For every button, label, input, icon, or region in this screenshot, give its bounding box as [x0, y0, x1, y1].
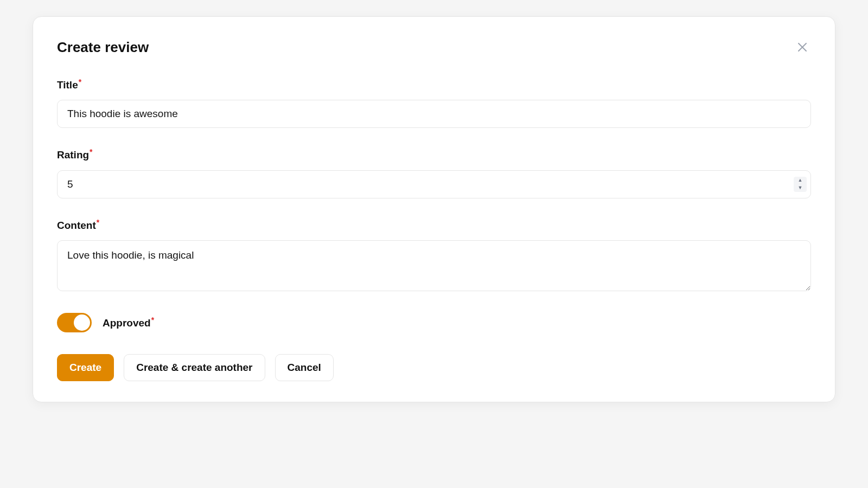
close-icon: [796, 41, 809, 54]
modal-title: Create review: [57, 39, 149, 56]
required-indicator: *: [90, 147, 92, 156]
title-label-text: Title: [57, 79, 78, 91]
toggle-knob: [74, 314, 90, 331]
content-label-text: Content: [57, 220, 96, 231]
rating-step-down[interactable]: ▼: [794, 184, 807, 192]
approved-label-text: Approved: [103, 318, 151, 329]
required-indicator: *: [79, 78, 81, 86]
title-input[interactable]: [57, 100, 811, 128]
rating-field-group: Rating* ▲ ▼: [57, 147, 811, 198]
rating-stepper: ▲ ▼: [794, 177, 807, 192]
rating-label-text: Rating: [57, 150, 89, 161]
chevron-down-icon: ▼: [798, 185, 803, 190]
close-button[interactable]: [794, 38, 811, 56]
rating-label: Rating*: [57, 147, 811, 161]
rating-step-up[interactable]: ▲: [794, 177, 807, 184]
cancel-button[interactable]: Cancel: [275, 354, 334, 381]
create-and-another-button[interactable]: Create & create another: [124, 354, 265, 381]
content-field-group: Content*: [57, 218, 811, 293]
content-label: Content*: [57, 218, 811, 232]
rating-input-wrapper: ▲ ▼: [57, 170, 811, 198]
modal-header: Create review: [57, 38, 811, 56]
content-textarea[interactable]: [57, 240, 811, 291]
create-review-modal: Create review Title* Rating* ▲ ▼ Content…: [33, 16, 835, 402]
title-field-group: Title*: [57, 78, 811, 128]
approved-toggle[interactable]: [57, 313, 92, 332]
title-label: Title*: [57, 78, 811, 91]
required-indicator: *: [151, 316, 154, 324]
rating-input[interactable]: [57, 170, 811, 198]
create-button[interactable]: Create: [57, 354, 114, 381]
approved-label: Approved*: [103, 316, 154, 329]
required-indicator: *: [97, 218, 99, 227]
chevron-up-icon: ▲: [798, 178, 803, 183]
approved-field-group: Approved*: [57, 313, 811, 332]
modal-actions: Create Create & create another Cancel: [57, 354, 811, 381]
